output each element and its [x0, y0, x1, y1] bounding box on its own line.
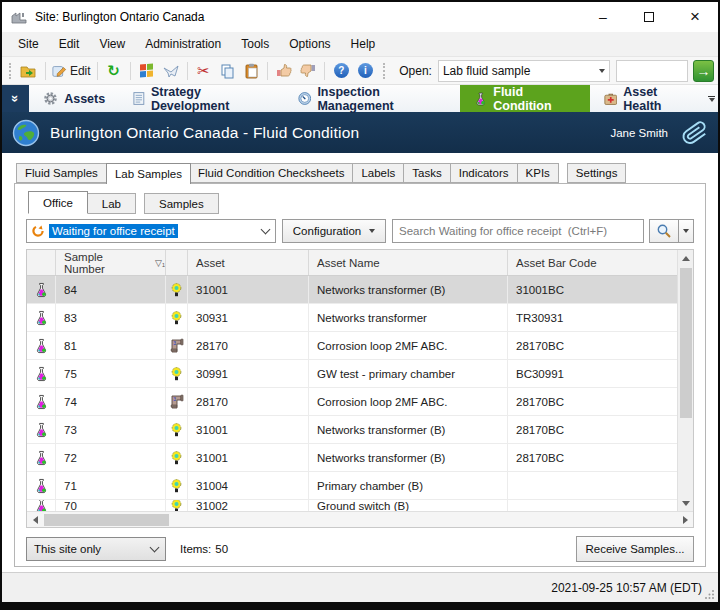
- copy-icon: [220, 63, 235, 79]
- maximize-icon: [644, 12, 654, 22]
- column-label: Asset: [196, 257, 225, 269]
- subtab-lab[interactable]: Lab: [88, 193, 136, 214]
- current-user: Jane Smith: [610, 127, 668, 139]
- search-button[interactable]: [649, 219, 679, 243]
- table-row[interactable]: 74 3 28170 Corrosion loop 2MF ABC. 28170…: [27, 388, 677, 416]
- scroll-left-arrow[interactable]: [27, 512, 43, 528]
- resize-grip[interactable]: [705, 589, 715, 599]
- menu-tools[interactable]: Tools: [231, 32, 279, 56]
- header-type-column[interactable]: [165, 250, 187, 275]
- tab-fluid-samples[interactable]: Fluid Samples: [16, 163, 107, 183]
- module-tab-inspection-management[interactable]: Inspection Management: [284, 85, 460, 112]
- table-row[interactable]: 83 3 30931 Networks transformer TR30931: [27, 304, 677, 332]
- subtab-samples[interactable]: Samples: [144, 193, 219, 214]
- pipe-icon: 3: [170, 394, 184, 409]
- search-split-button: [649, 219, 694, 243]
- module-tab-fluid-condition[interactable]: Fluid Condition: [460, 85, 590, 112]
- menu-administration[interactable]: Administration: [135, 32, 231, 56]
- header-asset-name[interactable]: Asset Name: [308, 250, 507, 275]
- tab-fluid-condition-checksheets[interactable]: Fluid Condition Checksheets: [190, 163, 353, 183]
- table-row[interactable]: 71 3 31004 Primary chamber (B): [27, 472, 677, 500]
- subtab-office[interactable]: Office: [28, 191, 88, 214]
- send-icon: [162, 64, 179, 78]
- tab-indicators[interactable]: Indicators: [451, 163, 518, 183]
- bulb-icon: [170, 310, 183, 326]
- windows-app-button[interactable]: [135, 59, 159, 83]
- search-input[interactable]: [392, 219, 644, 243]
- tab-tasks[interactable]: Tasks: [404, 163, 450, 183]
- module-tab-assets[interactable]: Assets: [29, 85, 119, 112]
- configuration-button[interactable]: Configuration: [282, 219, 386, 243]
- send-button[interactable]: [159, 59, 183, 83]
- quick-open-input[interactable]: [616, 60, 688, 82]
- help-icon: ?: [334, 63, 349, 78]
- title-bar: Site: Burlington Ontario Canada – ×: [2, 2, 718, 32]
- menu-edit[interactable]: Edit: [49, 32, 90, 56]
- tab-lab-samples[interactable]: Lab Samples: [106, 163, 191, 184]
- module-collapse-button[interactable]: »: [2, 85, 29, 112]
- scroll-up-arrow[interactable]: [678, 250, 694, 266]
- open-type-value: Lab fluid sample: [443, 64, 599, 78]
- receive-samples-button[interactable]: Receive Samples...: [576, 536, 694, 562]
- menu-help[interactable]: Help: [341, 32, 386, 56]
- close-button[interactable]: ×: [672, 2, 718, 32]
- chevron-down-icon: [683, 229, 689, 233]
- toolbar: Edit ↻ ✂ ? i Open: Lab fluid sam: [2, 57, 718, 85]
- open-folder-button[interactable]: [17, 59, 41, 83]
- module-overflow-button[interactable]: [705, 85, 718, 112]
- header-icon-column[interactable]: [27, 250, 55, 275]
- paperclip-icon[interactable]: [680, 115, 711, 149]
- view-combobox[interactable]: Waiting for office receipt: [26, 219, 276, 243]
- status-datetime: 2021-09-25 10:57 AM (EDT): [551, 581, 702, 595]
- chevron-down-icon: [150, 542, 160, 552]
- go-button[interactable]: →: [693, 60, 714, 82]
- menu-view[interactable]: View: [89, 32, 135, 56]
- menu-options[interactable]: Options: [279, 32, 340, 56]
- scroll-right-arrow[interactable]: [677, 512, 693, 528]
- overflow-line: [708, 96, 715, 97]
- maximize-button[interactable]: [626, 2, 672, 32]
- cut-button[interactable]: ✂: [191, 59, 215, 83]
- table-row[interactable]: 84 3 31001 Networks transformer (B) 3100…: [27, 276, 677, 304]
- table-row[interactable]: 72 3 31001 Networks transformer (B) 2817…: [27, 444, 677, 472]
- minimize-button[interactable]: –: [580, 2, 626, 32]
- header-sample-number[interactable]: Sample Number ▽₁: [55, 250, 165, 275]
- module-tab-asset-health[interactable]: Asset Health: [590, 85, 706, 112]
- tab-settings[interactable]: Settings: [567, 163, 627, 183]
- site-scope-combobox[interactable]: This site only: [26, 537, 166, 561]
- table-row[interactable]: 81 3 28170 Corrosion loop 2MF ABC. 28170…: [27, 332, 677, 360]
- open-type-combobox[interactable]: Lab fluid sample: [438, 60, 610, 82]
- paste-button[interactable]: [239, 59, 263, 83]
- cell-asset-bar-code: [507, 472, 677, 499]
- cell-asset-bar-code: 28170BC: [507, 416, 677, 443]
- cell-asset: 30931: [187, 304, 308, 331]
- tab-labels[interactable]: Labels: [353, 163, 404, 183]
- horizontal-scroll-thumb[interactable]: [44, 514, 169, 526]
- help-button[interactable]: ?: [329, 59, 353, 83]
- cell-asset-name: GW test - primary chamber: [308, 360, 507, 387]
- cell-sample-number: 75: [55, 360, 165, 387]
- info-button[interactable]: i: [353, 59, 377, 83]
- refresh-button[interactable]: ↻: [102, 59, 126, 83]
- folder-icon: [20, 63, 38, 79]
- cell-asset-name: Corrosion loop 2MF ABC.: [308, 332, 507, 359]
- copy-button[interactable]: [215, 59, 239, 83]
- menu-site[interactable]: Site: [8, 32, 49, 56]
- scroll-down-arrow[interactable]: [678, 495, 694, 511]
- header-asset[interactable]: Asset: [187, 250, 308, 275]
- approve-button[interactable]: [272, 59, 296, 83]
- reject-button[interactable]: [296, 59, 320, 83]
- table-row[interactable]: 73 3 31001 Networks transformer (B) 2817…: [27, 416, 677, 444]
- header-asset-bar-code[interactable]: Asset Bar Code: [507, 250, 677, 275]
- vertical-scroll-thumb[interactable]: [680, 268, 692, 418]
- banner-title: Burlington Ontario Canada - Fluid Condit…: [50, 124, 610, 142]
- vertical-scrollbar[interactable]: [677, 250, 693, 511]
- module-tab-strategy-development[interactable]: Strategy Development: [119, 85, 284, 112]
- tab-kpis[interactable]: KPIs: [518, 163, 559, 183]
- view-refresh-icon: [31, 224, 45, 238]
- toolbar-grip: [383, 63, 388, 79]
- search-options-button[interactable]: [679, 219, 694, 243]
- horizontal-scrollbar[interactable]: [27, 511, 693, 527]
- table-row[interactable]: 75 3 30991 GW test - primary chamber BC3…: [27, 360, 677, 388]
- edit-button[interactable]: Edit: [50, 59, 93, 83]
